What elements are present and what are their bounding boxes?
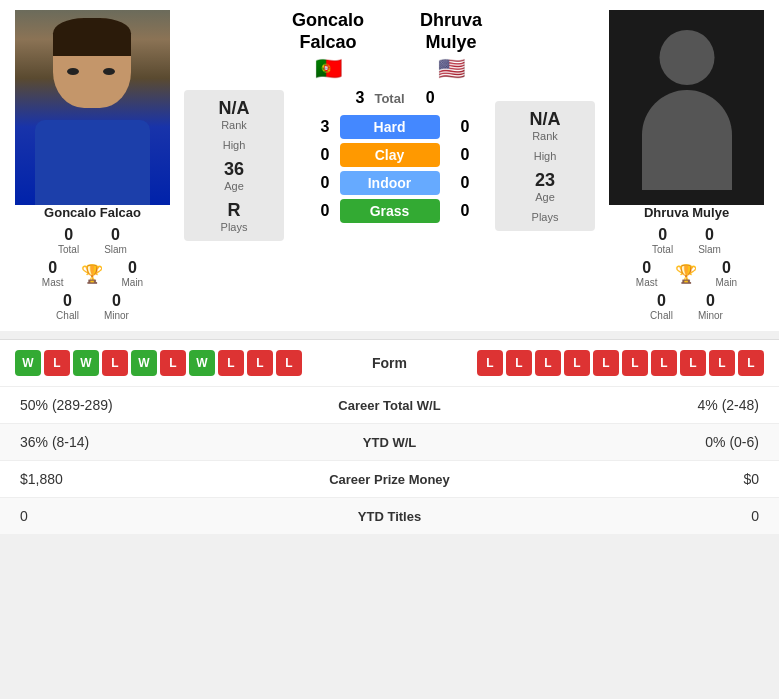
form-label: Form bbox=[302, 355, 477, 371]
right-form-badge-l: L bbox=[680, 350, 706, 376]
left-form-badge-l: L bbox=[102, 350, 128, 376]
form-section: WLWLWLWLLL Form LLLLLLLLLL bbox=[0, 339, 779, 386]
left-player-center-name: GoncaloFalcao bbox=[292, 10, 364, 53]
right-form-badge-l: L bbox=[564, 350, 590, 376]
stats-row-3: 0 YTD Titles 0 bbox=[0, 497, 779, 534]
surface-row-hard: 3 Hard 0 bbox=[288, 115, 491, 139]
stats-table: 50% (289-289) Career Total W/L 4% (2-48)… bbox=[0, 386, 779, 534]
right-high-stat: High bbox=[534, 150, 557, 162]
left-trophy-icon: 🏆 bbox=[81, 263, 103, 285]
right-rank-stat: N/A Rank bbox=[530, 109, 561, 142]
right-player-flag: 🇺🇸 bbox=[438, 56, 465, 82]
left-form-badge-w: W bbox=[189, 350, 215, 376]
left-form-badge-w: W bbox=[73, 350, 99, 376]
right-form-badge-l: L bbox=[477, 350, 503, 376]
surface-rows: 3 Hard 0 0 Clay 0 0 Indoor 0 0 Grass 0 bbox=[288, 115, 491, 223]
right-age-stat: 23 Age bbox=[535, 170, 555, 203]
right-chall-stat: 0 Chall bbox=[650, 292, 673, 321]
left-form-badge-l: L bbox=[160, 350, 186, 376]
left-minor-stat: 0 Minor bbox=[104, 292, 129, 321]
left-player-block: Goncalo Falcao 0 Total 0 Slam 0 Mast 🏆 bbox=[5, 10, 180, 321]
surface-row-grass: 0 Grass 0 bbox=[288, 199, 491, 223]
right-player-center-name: DhruvaMulye bbox=[420, 10, 482, 53]
total-surface-label: Total bbox=[374, 91, 404, 106]
surface-row-clay: 0 Clay 0 bbox=[288, 143, 491, 167]
right-form-badge-l: L bbox=[622, 350, 648, 376]
left-form-badge-l: L bbox=[218, 350, 244, 376]
right-minor-stat: 0 Minor bbox=[698, 292, 723, 321]
left-high-stat: High bbox=[223, 139, 246, 151]
left-total-stat: 0 Total bbox=[58, 226, 79, 255]
right-form-badge-l: L bbox=[738, 350, 764, 376]
right-slam-stat: 0 Slam bbox=[698, 226, 721, 255]
right-form-badge-l: L bbox=[709, 350, 735, 376]
left-center-card: N/A Rank High 36 Age R Plays bbox=[184, 90, 284, 241]
right-player-photo bbox=[609, 10, 764, 205]
stats-row-1: 36% (8-14) YTD W/L 0% (0-6) bbox=[0, 423, 779, 460]
main-container: Goncalo Falcao 0 Total 0 Slam 0 Mast 🏆 bbox=[0, 0, 779, 534]
right-form-badges: LLLLLLLLLL bbox=[477, 350, 764, 376]
left-player-name: Goncalo Falcao bbox=[5, 205, 180, 220]
right-form-badge-l: L bbox=[651, 350, 677, 376]
left-form-badges: WLWLWLWLLL bbox=[15, 350, 302, 376]
left-player-photo bbox=[15, 10, 170, 205]
right-form-badge-l: L bbox=[535, 350, 561, 376]
right-main-stat: 0 Main bbox=[715, 259, 737, 288]
left-age-stat: 36 Age bbox=[224, 159, 244, 192]
left-form-badge-l: L bbox=[276, 350, 302, 376]
right-center-card: N/A Rank High 23 Age Plays bbox=[495, 101, 595, 231]
right-plays-stat: Plays bbox=[532, 211, 559, 223]
left-form-badge-l: L bbox=[44, 350, 70, 376]
left-chall-stat: 0 Chall bbox=[56, 292, 79, 321]
top-section: Goncalo Falcao 0 Total 0 Slam 0 Mast 🏆 bbox=[0, 0, 779, 331]
right-player-block: Dhruva Mulye 0 Total 0 Slam 0 Mast 🏆 bbox=[599, 10, 774, 321]
right-mast-stat: 0 Mast bbox=[636, 259, 658, 288]
left-form-badge-w: W bbox=[131, 350, 157, 376]
surfaces-section: 3 Total 0 3 Hard 0 0 Clay 0 0 Indoor 0 0… bbox=[288, 89, 491, 227]
right-trophy-icon: 🏆 bbox=[675, 263, 697, 285]
right-total-surface: 0 bbox=[415, 89, 435, 107]
right-form-badge-l: L bbox=[506, 350, 532, 376]
left-rank-stat: N/A Rank bbox=[219, 98, 250, 131]
right-player-name: Dhruva Mulye bbox=[599, 205, 774, 220]
left-form-badge-l: L bbox=[247, 350, 273, 376]
stats-row-0: 50% (289-289) Career Total W/L 4% (2-48) bbox=[0, 386, 779, 423]
left-slam-stat: 0 Slam bbox=[104, 226, 127, 255]
left-total-surface: 3 bbox=[344, 89, 364, 107]
left-mast-stat: 0 Mast bbox=[42, 259, 64, 288]
right-form-badge-l: L bbox=[593, 350, 619, 376]
right-total-stat: 0 Total bbox=[652, 226, 673, 255]
stats-row-2: $1,880 Career Prize Money $0 bbox=[0, 460, 779, 497]
left-main-stat: 0 Main bbox=[121, 259, 143, 288]
center-block: GoncaloFalcao 🇵🇹 DhruvaMulye 🇺🇸 3 Total … bbox=[288, 10, 491, 321]
left-plays-stat: R Plays bbox=[221, 200, 248, 233]
surface-row-indoor: 0 Indoor 0 bbox=[288, 171, 491, 195]
left-form-badge-w: W bbox=[15, 350, 41, 376]
left-player-flag: 🇵🇹 bbox=[315, 56, 342, 82]
surface-total-row: 3 Total 0 bbox=[288, 89, 491, 107]
